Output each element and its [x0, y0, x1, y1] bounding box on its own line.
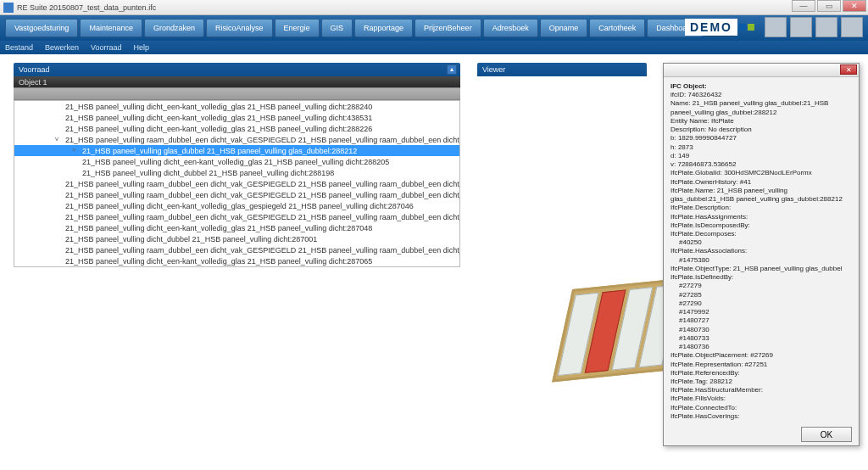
tree-row-label: 21_HSB paneel_vulling dicht_een-kant_vol…: [65, 224, 372, 232]
property-line: #1480730: [670, 326, 852, 334]
brand-square-icon: [739, 24, 746, 31]
voorraad-panel-header: Voorraad ▴: [14, 63, 460, 76]
tree-row[interactable]: 21_HSB paneel_vulling raam_dubbel_een di…: [14, 244, 459, 255]
toolbar-button-energie[interactable]: Energie: [275, 19, 320, 37]
property-line: IfcPlate.HasProjections:: [670, 421, 852, 422]
object-tree[interactable]: 21_HSB paneel_vulling dicht_een-kant_vol…: [14, 100, 460, 267]
property-line: #1480727: [670, 316, 852, 325]
toolbar-button-rapportage[interactable]: Rapportage: [354, 19, 413, 37]
tree-row[interactable]: 21_HSB paneel_vulling dicht_een-kant_vol…: [14, 255, 459, 266]
tree-row[interactable]: 21_HSB paneel_vulling dicht_een-kant_vol…: [14, 222, 459, 233]
tree-row-label: 21_HSB paneel_vulling raam_dubbel_een di…: [65, 191, 459, 199]
menu-bewerken[interactable]: Bewerken: [45, 43, 79, 52]
property-line: IfcPlate.Decomposes:: [670, 230, 852, 238]
window-titlebar: RE Suite 20150807_test_data_punten.ifc —…: [0, 0, 868, 15]
property-line: IfcPlate.HasAssignments:: [670, 213, 852, 221]
property-line: IFC Object:: [670, 82, 852, 91]
spacer-row: [14, 88, 460, 100]
toolbar-button-grondzaken[interactable]: Grondzaken: [144, 19, 204, 37]
property-line: IfcPlate.FillsVoids:: [670, 394, 852, 403]
property-line: IfcPlate.ObjectType: 21_HSB paneel_vulli…: [670, 265, 852, 273]
menu-bestand[interactable]: Bestand: [5, 43, 33, 52]
menu-voorraad[interactable]: Voorraad: [91, 43, 122, 52]
object-header[interactable]: Object 1: [14, 76, 460, 88]
toolbar-button-prijzenbeheer[interactable]: PrijzenBeheer: [415, 19, 481, 37]
brand-text: DEMO: [685, 19, 737, 36]
tree-row-label: 21_HSB paneel_vulling dicht_dubbel 21_HS…: [82, 169, 334, 177]
tree-row-label: 21_HSB paneel_vulling dicht_een-kant_vol…: [65, 114, 372, 122]
property-line: #27290: [670, 299, 852, 308]
property-line: #27285: [670, 291, 852, 299]
tree-row-label: 21_HSB paneel_vulling dicht_een-kant_vol…: [65, 257, 372, 266]
window-close-button[interactable]: ✕: [843, 0, 866, 12]
property-line: #1480736: [670, 343, 852, 351]
toolbar-button-risicoanalyse[interactable]: RisicoAnalyse: [206, 19, 273, 37]
left-panel: Voorraad ▴ Object 1 21_HSB paneel_vullin…: [0, 54, 470, 470]
property-line: IfcPlate.HasCoverings:: [670, 412, 852, 421]
property-line: IfcPlate.Representation: #27251: [670, 361, 852, 369]
ok-button[interactable]: OK: [801, 427, 852, 442]
property-line: #1475380: [670, 256, 852, 265]
tree-row-label: 21_HSB paneel_vulling dicht_een-kant_vol…: [82, 158, 389, 166]
tree-row[interactable]: v21_HSB paneel_vulling raam_dubbel_een d…: [14, 134, 459, 145]
brand-badge: DEMO: [685, 17, 863, 37]
tree-row[interactable]: 21_HSB paneel_vulling dicht_een-kant_vol…: [14, 123, 459, 134]
property-line: IfcPlate.OwnerHistory: #41: [670, 178, 852, 187]
viewer-title: Viewer: [482, 65, 505, 74]
dialog-body: IFC Object:ifcID: 746326432Name: 21_HSB …: [664, 77, 859, 422]
toolbar-button-opname[interactable]: Opname: [540, 19, 588, 37]
property-line: #27279: [670, 282, 852, 290]
toolbar-button-gis[interactable]: GIS: [321, 19, 353, 37]
property-line: b: 1829.99990844727: [670, 134, 852, 143]
panel-collapse-button[interactable]: ▴: [447, 64, 457, 75]
dialog-close-button[interactable]: ✕: [840, 64, 857, 75]
tree-row[interactable]: 21_HSB paneel_vulling dicht_een-kant_vol…: [14, 200, 459, 211]
toolbar-button-cartotheek[interactable]: Cartotheek: [589, 19, 645, 37]
tree-row[interactable]: 21_HSB paneel_vulling raam_dubbel_een di…: [14, 189, 459, 200]
property-line: Entity Name: IfcPlate: [670, 117, 852, 126]
tree-row-label: 21_HSB paneel_vulling dicht_dubbel 21_HS…: [65, 235, 317, 243]
dialog-titlebar[interactable]: ✕: [664, 64, 859, 77]
property-line: IfcPlate.Name: 21_HSB paneel_vulling gla…: [670, 187, 852, 204]
tree-row-label: 21_HSB paneel_vulling dicht_een-kant_vol…: [65, 103, 372, 111]
tree-row-label: 21_HSB paneel_vulling raam_dubbel_een di…: [65, 136, 459, 144]
property-line: h: 2873: [670, 143, 852, 152]
tree-row-label: 21_HSB paneel_vulling dicht_een-kant_vol…: [65, 125, 372, 133]
property-line: d: 149: [670, 152, 852, 160]
property-line: #1479992: [670, 308, 852, 316]
property-line: IfcPlate.ReferencedBy:: [670, 369, 852, 378]
tree-row[interactable]: >21_HSB paneel_vulling glas_dubbel 21_HS…: [14, 145, 459, 156]
property-line: IfcPlate.ConnectedTo:: [670, 404, 852, 412]
property-line: IfcPlate.HasAssociations:: [670, 247, 852, 255]
tree-row[interactable]: 21_HSB paneel_vulling raam_dubbel_een di…: [14, 178, 459, 189]
tree-row[interactable]: 21_HSB paneel_vulling dicht_dubbel 21_HS…: [14, 233, 459, 244]
property-line: IfcPlate.IsDecomposedBy:: [670, 221, 852, 230]
tree-row-label: 21_HSB paneel_vulling dicht_een-kant_vol…: [65, 202, 414, 210]
menubar: BestandBewerkenVoorraadHelp: [0, 41, 868, 54]
property-line: #1480733: [670, 334, 852, 343]
tree-row[interactable]: 21_HSB paneel_vulling dicht_een-kant_vol…: [14, 101, 459, 112]
property-line: Name: 21_HSB paneel_vulling glas_dubbel:…: [670, 99, 852, 116]
window-maximize-button[interactable]: ▭: [817, 0, 841, 12]
tree-row[interactable]: 21_HSB paneel_vulling dicht_een-kant_vol…: [14, 156, 459, 167]
menu-help[interactable]: Help: [134, 43, 150, 52]
property-line: Description: No description: [670, 126, 852, 134]
app-icon: [3, 3, 14, 13]
toolbar-button-maintenance[interactable]: Maintenance: [80, 19, 142, 37]
tree-expand-open-icon[interactable]: v: [53, 136, 60, 143]
tree-row[interactable]: 21_HSB paneel_vulling dicht_een-kant_vol…: [14, 112, 459, 123]
toolbar-button-vastgoedsturing[interactable]: Vastgoedsturing: [5, 19, 78, 37]
property-line: IfcPlate.IsDefinedBy:: [670, 273, 852, 282]
tree-expand-closed-icon[interactable]: >: [70, 147, 77, 154]
property-line: #40250: [670, 238, 852, 247]
toolbar-button-adresboek[interactable]: Adresboek: [483, 19, 538, 37]
tree-row[interactable]: 21_HSB paneel_vulling dicht_dubbel 21_HS…: [14, 167, 459, 178]
header-thumbnails: [761, 17, 863, 37]
window-minimize-button[interactable]: —: [792, 0, 815, 12]
tree-row[interactable]: 21_HSB paneel_vulling raam_dubbel_een di…: [14, 211, 459, 222]
panel-title: Voorraad: [19, 65, 50, 74]
tree-row-label: 21_HSB paneel_vulling glas_dubbel 21_HSB…: [82, 147, 357, 155]
main-toolbar: VastgoedsturingMaintenanceGrondzakenRisi…: [0, 15, 868, 41]
property-line: IfcPlate.Tag: 288212: [670, 378, 852, 386]
properties-dialog: ✕ IFC Object:ifcID: 746326432Name: 21_HS…: [663, 63, 860, 446]
